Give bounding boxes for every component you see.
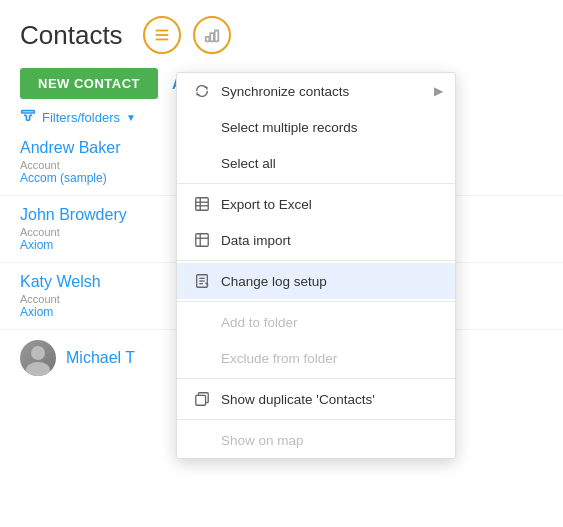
filter-icon — [20, 109, 36, 125]
menu-item-label: Synchronize contacts — [221, 84, 349, 99]
svg-rect-6 — [22, 111, 35, 113]
menu-divider — [177, 419, 455, 420]
menu-item-data-import[interactable]: Data import — [177, 222, 455, 258]
excel-icon — [193, 195, 211, 213]
avatar — [20, 340, 56, 376]
menu-item-sync[interactable]: Synchronize contacts ▶ — [177, 73, 455, 109]
menu-item-add-folder: Add to folder — [177, 304, 455, 340]
placeholder-icon — [193, 313, 211, 331]
log-icon — [193, 272, 211, 290]
menu-item-change-log[interactable]: Change log setup — [177, 263, 455, 299]
menu-divider — [177, 183, 455, 184]
filters-chevron-icon: ▼ — [126, 112, 136, 123]
page-header: Contacts — [0, 0, 563, 62]
menu-item-label: Export to Excel — [221, 197, 312, 212]
svg-rect-5 — [214, 31, 218, 42]
menu-item-label: Add to folder — [221, 315, 298, 330]
filters-label: Filters/folders — [42, 110, 120, 125]
menu-item-label: Select multiple records — [221, 120, 358, 135]
contact-name: Michael T — [66, 349, 135, 367]
actions-dropdown-menu: Synchronize contacts ▶ Select multiple r… — [176, 72, 456, 459]
menu-item-select-all[interactable]: Select all — [177, 145, 455, 181]
duplicate-icon — [193, 390, 211, 408]
placeholder-icon — [193, 349, 211, 367]
menu-item-label: Exclude from folder — [221, 351, 337, 366]
svg-point-7 — [31, 346, 45, 360]
menu-item-label: Show on map — [221, 433, 304, 448]
menu-item-label: Change log setup — [221, 274, 327, 289]
placeholder-icon — [193, 154, 211, 172]
svg-rect-3 — [205, 37, 209, 42]
menu-divider — [177, 378, 455, 379]
chart-view-button[interactable] — [193, 16, 231, 54]
submenu-arrow-icon: ▶ — [434, 84, 443, 98]
menu-item-show-map: Show on map — [177, 422, 455, 458]
page-title: Contacts — [20, 20, 123, 51]
menu-item-label: Show duplicate 'Contacts' — [221, 392, 375, 407]
sync-icon — [193, 82, 211, 100]
menu-divider — [177, 260, 455, 261]
menu-item-exclude-folder: Exclude from folder — [177, 340, 455, 376]
new-contact-button[interactable]: NEW CONTACT — [20, 68, 158, 99]
placeholder-icon — [193, 118, 211, 136]
menu-item-label: Data import — [221, 233, 291, 248]
menu-item-label: Select all — [221, 156, 276, 171]
svg-point-8 — [26, 362, 50, 376]
menu-item-show-duplicate[interactable]: Show duplicate 'Contacts' — [177, 381, 455, 417]
list-view-button[interactable] — [143, 16, 181, 54]
menu-item-select-multiple[interactable]: Select multiple records — [177, 109, 455, 145]
menu-item-export-excel[interactable]: Export to Excel — [177, 186, 455, 222]
svg-rect-9 — [196, 198, 208, 210]
import-icon — [193, 231, 211, 249]
placeholder-icon — [193, 431, 211, 449]
svg-rect-13 — [196, 234, 208, 246]
svg-rect-4 — [210, 33, 214, 41]
menu-divider — [177, 301, 455, 302]
